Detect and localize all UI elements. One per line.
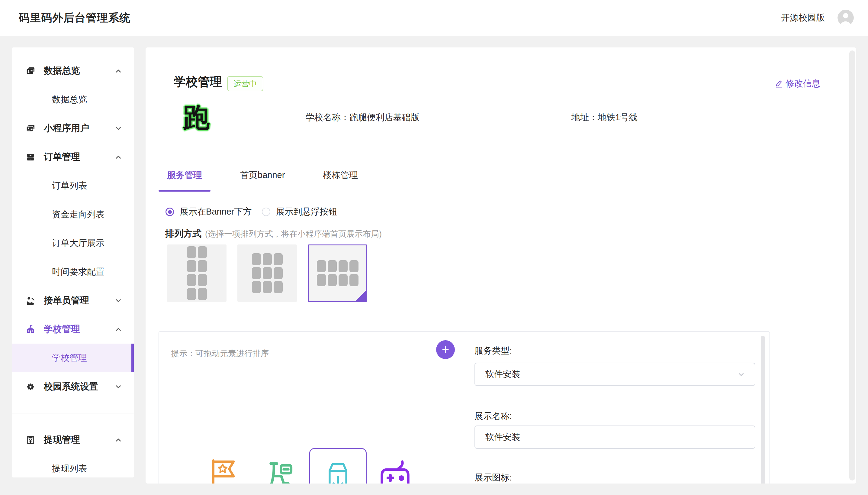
- grid-square: [273, 267, 283, 279]
- grid-square: [198, 274, 207, 286]
- sidebar-child-item[interactable]: 提现列表: [12, 454, 134, 477]
- flag-service-icon: [209, 459, 238, 483]
- grid-square: [263, 281, 272, 293]
- school-management-icon: [26, 325, 35, 334]
- chevron-down-icon: [737, 370, 746, 379]
- sidebar-group-label: 订单管理: [44, 151, 80, 163]
- add-service-button[interactable]: +: [436, 340, 455, 359]
- school-logo: 跑: [180, 102, 213, 133]
- grid-square: [198, 288, 207, 300]
- display-name-label: 展示名称:: [475, 410, 512, 423]
- grid-square: [263, 267, 272, 279]
- person-icon: [837, 10, 854, 26]
- chevron-up-icon: [114, 325, 122, 333]
- grid-square: [317, 274, 326, 286]
- service-item[interactable]: [264, 459, 295, 483]
- software-install-service-icon: [324, 460, 352, 483]
- layout-option-4x2[interactable]: [308, 244, 367, 302]
- grid-square: [252, 281, 261, 293]
- user-avatar[interactable]: [837, 10, 854, 26]
- service-sort-panel: 提示：可拖动元素进行排序 + 服务类型: 软件安装 展示名称: 展示图标:: [159, 331, 770, 483]
- grid-square: [350, 260, 358, 272]
- sidebar-group-label: 数据总览: [44, 65, 80, 77]
- layout-option-2x4[interactable]: [167, 244, 227, 302]
- sidebar-group-item[interactable]: 订单管理: [12, 143, 134, 171]
- school-address-field: 地址：地铁1号线: [571, 112, 638, 124]
- grid-square: [350, 274, 358, 286]
- sidebar-divider: [12, 413, 134, 413]
- scooter-service-icon: [264, 459, 295, 483]
- data-overview-icon: [26, 67, 35, 75]
- grid-square: [328, 260, 337, 272]
- layout-options: [167, 244, 367, 302]
- sidebar: 数据总览数据总览小程序用户订单管理订单列表资金走向列表订单大厅展示时间要求配置接…: [12, 48, 134, 477]
- sidebar-child-item[interactable]: 订单列表: [12, 171, 134, 200]
- order-management-icon: [26, 153, 35, 162]
- grid-square: [187, 260, 196, 272]
- grid-square: [187, 274, 196, 286]
- sidebar-group-item[interactable]: 数据总览: [12, 56, 134, 85]
- arrangement-header: 排列方式 (选择一项排列方式，将在小程序端首页展示布局): [165, 227, 382, 240]
- sidebar-group-label: 校园系统设置: [44, 380, 98, 393]
- sidebar-group-label: 提现管理: [44, 434, 80, 446]
- tab-item[interactable]: 服务管理: [159, 159, 211, 191]
- radio-unchecked-icon[interactable]: [262, 208, 270, 216]
- sidebar-group-label: 接单员管理: [44, 294, 89, 307]
- grid-square: [198, 260, 207, 272]
- sidebar-group-item[interactable]: 校园系统设置: [12, 372, 134, 401]
- service-item[interactable]: [379, 459, 411, 483]
- grid-square: [263, 253, 272, 265]
- page-title: 学校管理: [174, 73, 222, 90]
- tab-item[interactable]: 首页banner: [232, 159, 293, 191]
- edit-info-link[interactable]: 修改信息: [775, 78, 820, 90]
- service-type-select[interactable]: 软件安装: [475, 363, 755, 386]
- drag-sort-area: 提示：可拖动元素进行排序 +: [159, 331, 467, 483]
- game-service-icon: [379, 459, 411, 483]
- grid-square: [273, 253, 283, 265]
- content-scrollbar[interactable]: [849, 50, 855, 480]
- sidebar-child-item[interactable]: 资金走向列表: [12, 200, 134, 229]
- form-scrollbar[interactable]: [761, 336, 765, 483]
- grid-square: [187, 288, 196, 300]
- sidebar-child-item[interactable]: 时间要求配置: [12, 257, 134, 286]
- campus-settings-icon: [26, 382, 35, 391]
- chevron-down-icon: [114, 383, 122, 391]
- display-position-radios: 展示在Banner下方 展示到悬浮按钮: [165, 206, 337, 218]
- tab-item[interactable]: 楼栋管理: [314, 159, 366, 191]
- grid-square: [328, 274, 337, 286]
- display-name-input[interactable]: [475, 426, 755, 449]
- grid-square: [273, 281, 283, 293]
- sidebar-group-item[interactable]: 学校管理: [12, 315, 134, 344]
- display-icon-label: 展示图标:: [475, 472, 512, 483]
- grid-square: [252, 267, 261, 279]
- grid-square: [198, 246, 207, 258]
- layout-option-3x3[interactable]: [237, 244, 297, 302]
- sidebar-child-item[interactable]: 订单大厅展示: [12, 229, 134, 257]
- radio-banner-below[interactable]: 展示在Banner下方: [165, 206, 252, 218]
- selected-service-box[interactable]: [309, 448, 367, 483]
- school-name-field: 学校名称：跑腿便利店基础版: [306, 112, 420, 124]
- sidebar-group-label: 学校管理: [44, 323, 80, 336]
- app-title: 码里码外后台管理系统: [19, 11, 130, 25]
- sidebar-group-item[interactable]: 接单员管理: [12, 286, 134, 315]
- grid-square: [317, 260, 326, 272]
- sidebar-group-item[interactable]: 提现管理: [12, 426, 134, 454]
- grid-square: [187, 246, 196, 258]
- app-header: 码里码外后台管理系统 开源校园版: [0, 0, 868, 36]
- courier-management-icon: [26, 296, 35, 305]
- withdrawal-icon: [26, 436, 35, 445]
- miniprogram-user-icon: [26, 124, 35, 133]
- sidebar-child-item[interactable]: 数据总览: [12, 85, 134, 114]
- grid-square: [339, 274, 348, 286]
- sidebar-child-item[interactable]: 学校管理: [12, 344, 134, 372]
- sidebar-group-item[interactable]: 小程序用户: [12, 114, 134, 143]
- edit-pencil-icon: [775, 80, 783, 88]
- radio-floating-button[interactable]: 展示到悬浮按钮: [262, 206, 337, 218]
- chevron-up-icon: [114, 153, 122, 161]
- service-item[interactable]: [209, 459, 238, 483]
- radio-checked-icon[interactable]: [165, 208, 174, 216]
- chevron-up-icon: [114, 67, 122, 75]
- chevron-down-icon: [114, 297, 122, 305]
- status-badge: 运营中: [227, 76, 263, 91]
- sidebar-group-label: 小程序用户: [44, 122, 89, 135]
